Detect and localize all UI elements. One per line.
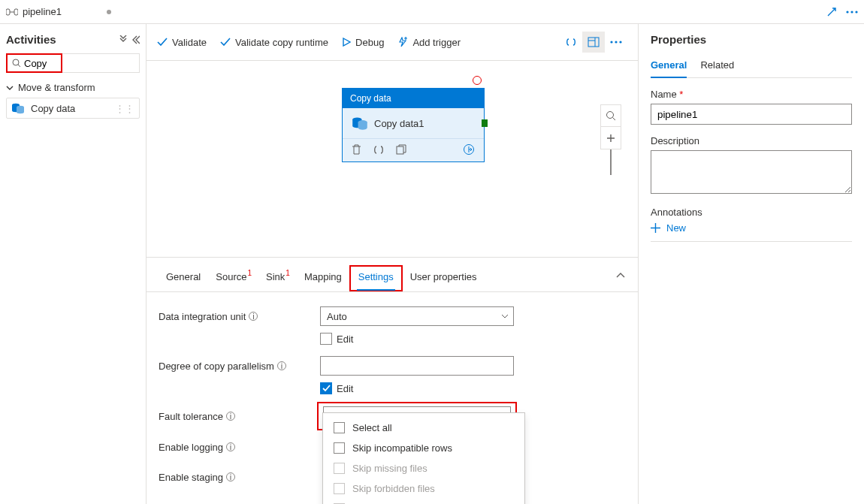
fault-tolerance-label: Fault tolerance (159, 411, 223, 422)
activities-title: Activities (6, 33, 56, 46)
checkbox-icon (334, 483, 345, 494)
checkbox-unchecked-icon (320, 333, 332, 345)
node-code-icon[interactable] (373, 145, 384, 155)
copy-data-icon (352, 116, 368, 131)
properties-title: Properties (651, 33, 852, 46)
ft-option-skip-forbidden: Skip forbidden files (323, 478, 524, 499)
svg-rect-14 (397, 146, 403, 154)
validate-button[interactable]: Validate (157, 37, 207, 48)
svg-point-10 (615, 41, 617, 43)
settings-tabs: General Source1 Sink1 Mapping Settings U… (147, 258, 638, 292)
validate-runtime-button[interactable]: Validate copy runtime (220, 37, 328, 48)
section-move-transform[interactable]: Move & transform (6, 82, 140, 93)
more-actions-icon[interactable] (846, 11, 858, 14)
new-annotation-button[interactable]: New (651, 222, 852, 234)
svg-point-9 (610, 41, 612, 43)
ft-option-skip-invalid: Skip files with invalid names (323, 499, 524, 504)
tab-settings[interactable]: Settings (351, 267, 401, 290)
trigger-icon (397, 37, 408, 47)
props-tab-general[interactable]: General (651, 56, 687, 78)
properties-tabs: General Related (651, 56, 852, 78)
chevron-down-icon (501, 313, 509, 319)
collapse-all-icon[interactable] (119, 35, 128, 44)
svg-point-11 (619, 41, 621, 43)
tab-user-properties[interactable]: User properties (403, 267, 485, 290)
activities-sidebar: Activities (0, 24, 147, 504)
debug-button[interactable]: Debug (342, 37, 384, 48)
zoom-in-button[interactable] (600, 127, 621, 149)
pipeline-icon (6, 7, 18, 17)
info-icon[interactable]: i (277, 361, 286, 370)
tab-general[interactable]: General (159, 267, 208, 290)
properties-panel-button[interactable] (582, 32, 605, 53)
unsaved-indicator-icon (107, 10, 111, 14)
search-input[interactable] (24, 58, 56, 69)
plus-icon (651, 223, 660, 233)
enable-staging-label: Enable staging (159, 472, 223, 483)
info-icon[interactable]: i (226, 442, 235, 451)
diu-label: Data integration unit (159, 311, 246, 322)
parallelism-input[interactable] (320, 356, 514, 376)
diu-select[interactable]: Auto (320, 306, 514, 326)
svg-rect-1 (14, 9, 18, 15)
parallelism-label: Degree of copy parallelism (159, 361, 274, 372)
checkbox-icon (334, 463, 345, 474)
checkbox-checked-icon (320, 382, 332, 394)
svg-point-5 (13, 59, 19, 65)
canvas-zoom-tools (600, 104, 621, 175)
activity-copy-data[interactable]: Copy data ⋮⋮ (6, 98, 140, 119)
more-toolbar-button[interactable] (605, 32, 627, 53)
delete-node-icon[interactable] (352, 144, 361, 155)
validation-error-icon (473, 76, 482, 85)
node-output-handle-icon[interactable] (482, 119, 488, 127)
hide-sidebar-icon[interactable] (132, 35, 140, 44)
svg-point-2 (846, 11, 848, 13)
ft-option-skip-incompatible[interactable]: Skip incompatible rows (323, 438, 524, 458)
collapse-panel-icon[interactable] (615, 272, 626, 285)
description-textarea[interactable] (651, 150, 852, 194)
code-view-button[interactable] (560, 32, 582, 53)
name-input[interactable] (651, 104, 852, 125)
tab-source[interactable]: Source1 (208, 267, 258, 290)
expand-icon[interactable] (826, 7, 837, 17)
info-icon[interactable]: i (226, 412, 235, 421)
ft-option-skip-missing: Skip missing files (323, 458, 524, 478)
required-indicator: * (679, 89, 683, 100)
tab-mapping[interactable]: Mapping (297, 267, 349, 290)
check-icon (157, 38, 168, 47)
fault-tolerance-dropdown: Select all Skip incompatible rows Skip m… (322, 412, 525, 504)
activity-label: Copy data (31, 103, 75, 114)
diu-edit-checkbox[interactable]: Edit (320, 333, 626, 345)
pipeline-tab-title[interactable]: pipeline1 (23, 6, 62, 17)
node-name-label: Copy data1 (374, 118, 424, 129)
svg-point-4 (855, 11, 857, 13)
svg-rect-0 (6, 9, 10, 15)
activities-search[interactable] (6, 53, 62, 73)
play-icon (342, 38, 351, 47)
checkbox-icon (334, 422, 345, 433)
check-icon (220, 38, 231, 47)
pipeline-canvas[interactable]: Copy data Copy data1 (147, 61, 638, 257)
activity-settings-panel: General Source1 Sink1 Mapping Settings U… (147, 257, 638, 504)
pipeline-toolbar: Validate Validate copy runtime Debug Add… (147, 24, 638, 61)
copy-data-icon (11, 102, 25, 114)
ft-option-select-all[interactable]: Select all (323, 418, 524, 438)
svg-rect-8 (588, 38, 599, 47)
props-tab-related[interactable]: Related (700, 56, 734, 77)
copy-data-node[interactable]: Copy data Copy data1 (342, 88, 485, 162)
svg-point-16 (607, 112, 614, 119)
zoom-slider[interactable] (610, 149, 612, 175)
chevron-down-icon (6, 84, 14, 92)
parallelism-edit-checkbox[interactable]: Edit (320, 382, 626, 394)
panel-divider (651, 241, 852, 242)
info-icon[interactable]: i (226, 472, 235, 481)
drag-handle-icon[interactable]: ⋮⋮ (115, 103, 134, 114)
canvas-search-button[interactable] (600, 104, 621, 127)
clone-node-icon[interactable] (396, 144, 406, 155)
run-node-icon[interactable] (463, 143, 475, 155)
name-label: Name (651, 89, 677, 100)
annotations-label: Annotations (651, 207, 852, 218)
add-trigger-button[interactable]: Add trigger (397, 37, 461, 48)
tab-sink[interactable]: Sink1 (258, 267, 297, 290)
info-icon[interactable]: i (249, 312, 258, 321)
